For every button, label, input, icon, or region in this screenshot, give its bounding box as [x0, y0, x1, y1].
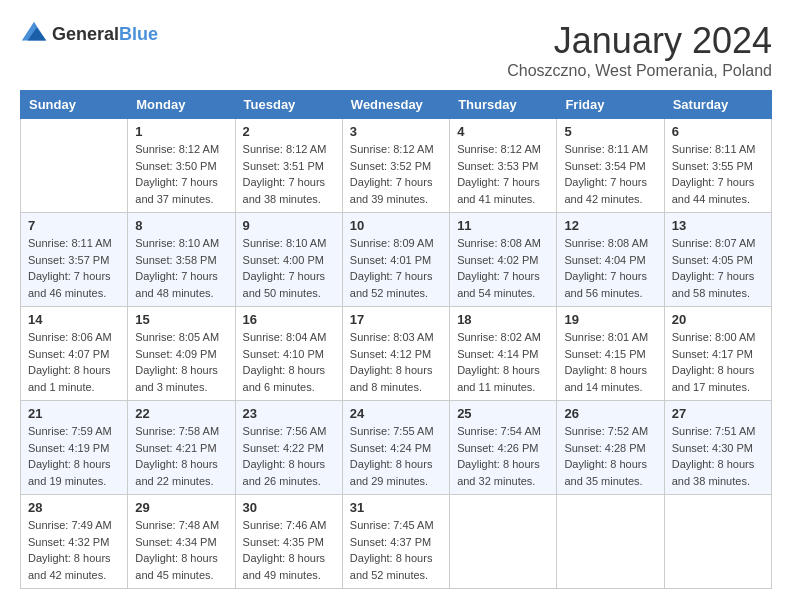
day-info: Sunrise: 7:59 AM Sunset: 4:19 PM Dayligh…: [28, 423, 120, 489]
calendar-week-row: 14Sunrise: 8:06 AM Sunset: 4:07 PM Dayli…: [21, 307, 772, 401]
day-number: 9: [243, 218, 335, 233]
day-number: 13: [672, 218, 764, 233]
calendar-cell: 14Sunrise: 8:06 AM Sunset: 4:07 PM Dayli…: [21, 307, 128, 401]
day-info: Sunrise: 7:55 AM Sunset: 4:24 PM Dayligh…: [350, 423, 442, 489]
calendar-cell: 2Sunrise: 8:12 AM Sunset: 3:51 PM Daylig…: [235, 119, 342, 213]
day-info: Sunrise: 7:48 AM Sunset: 4:34 PM Dayligh…: [135, 517, 227, 583]
calendar-cell: 12Sunrise: 8:08 AM Sunset: 4:04 PM Dayli…: [557, 213, 664, 307]
calendar-header-row: SundayMondayTuesdayWednesdayThursdayFrid…: [21, 91, 772, 119]
day-number: 28: [28, 500, 120, 515]
calendar-cell: 30Sunrise: 7:46 AM Sunset: 4:35 PM Dayli…: [235, 495, 342, 589]
calendar-cell: [21, 119, 128, 213]
day-number: 3: [350, 124, 442, 139]
day-info: Sunrise: 8:09 AM Sunset: 4:01 PM Dayligh…: [350, 235, 442, 301]
day-number: 30: [243, 500, 335, 515]
day-info: Sunrise: 8:01 AM Sunset: 4:15 PM Dayligh…: [564, 329, 656, 395]
column-header-monday: Monday: [128, 91, 235, 119]
day-number: 10: [350, 218, 442, 233]
calendar-cell: 15Sunrise: 8:05 AM Sunset: 4:09 PM Dayli…: [128, 307, 235, 401]
day-info: Sunrise: 8:11 AM Sunset: 3:57 PM Dayligh…: [28, 235, 120, 301]
calendar-cell: 13Sunrise: 8:07 AM Sunset: 4:05 PM Dayli…: [664, 213, 771, 307]
day-info: Sunrise: 8:03 AM Sunset: 4:12 PM Dayligh…: [350, 329, 442, 395]
day-number: 25: [457, 406, 549, 421]
calendar-week-row: 21Sunrise: 7:59 AM Sunset: 4:19 PM Dayli…: [21, 401, 772, 495]
day-number: 21: [28, 406, 120, 421]
day-number: 6: [672, 124, 764, 139]
day-number: 1: [135, 124, 227, 139]
day-info: Sunrise: 8:10 AM Sunset: 4:00 PM Dayligh…: [243, 235, 335, 301]
column-header-saturday: Saturday: [664, 91, 771, 119]
day-info: Sunrise: 8:02 AM Sunset: 4:14 PM Dayligh…: [457, 329, 549, 395]
calendar-cell: 7Sunrise: 8:11 AM Sunset: 3:57 PM Daylig…: [21, 213, 128, 307]
calendar-cell: 21Sunrise: 7:59 AM Sunset: 4:19 PM Dayli…: [21, 401, 128, 495]
day-info: Sunrise: 7:45 AM Sunset: 4:37 PM Dayligh…: [350, 517, 442, 583]
day-number: 29: [135, 500, 227, 515]
day-number: 27: [672, 406, 764, 421]
day-info: Sunrise: 7:46 AM Sunset: 4:35 PM Dayligh…: [243, 517, 335, 583]
month-title: January 2024: [507, 20, 772, 62]
day-info: Sunrise: 7:51 AM Sunset: 4:30 PM Dayligh…: [672, 423, 764, 489]
calendar-cell: 26Sunrise: 7:52 AM Sunset: 4:28 PM Dayli…: [557, 401, 664, 495]
day-info: Sunrise: 8:12 AM Sunset: 3:51 PM Dayligh…: [243, 141, 335, 207]
calendar-week-row: 1Sunrise: 8:12 AM Sunset: 3:50 PM Daylig…: [21, 119, 772, 213]
day-number: 14: [28, 312, 120, 327]
day-info: Sunrise: 8:11 AM Sunset: 3:54 PM Dayligh…: [564, 141, 656, 207]
logo: GeneralBlue: [20, 20, 158, 48]
day-number: 20: [672, 312, 764, 327]
calendar-cell: 16Sunrise: 8:04 AM Sunset: 4:10 PM Dayli…: [235, 307, 342, 401]
day-info: Sunrise: 8:10 AM Sunset: 3:58 PM Dayligh…: [135, 235, 227, 301]
column-header-tuesday: Tuesday: [235, 91, 342, 119]
day-number: 24: [350, 406, 442, 421]
day-info: Sunrise: 7:49 AM Sunset: 4:32 PM Dayligh…: [28, 517, 120, 583]
day-info: Sunrise: 8:12 AM Sunset: 3:52 PM Dayligh…: [350, 141, 442, 207]
column-header-thursday: Thursday: [450, 91, 557, 119]
column-header-friday: Friday: [557, 91, 664, 119]
logo-general: General: [52, 24, 119, 44]
calendar-cell: 6Sunrise: 8:11 AM Sunset: 3:55 PM Daylig…: [664, 119, 771, 213]
day-number: 16: [243, 312, 335, 327]
day-info: Sunrise: 8:12 AM Sunset: 3:50 PM Dayligh…: [135, 141, 227, 207]
day-info: Sunrise: 8:00 AM Sunset: 4:17 PM Dayligh…: [672, 329, 764, 395]
calendar-cell: 20Sunrise: 8:00 AM Sunset: 4:17 PM Dayli…: [664, 307, 771, 401]
day-number: 7: [28, 218, 120, 233]
calendar-cell: 28Sunrise: 7:49 AM Sunset: 4:32 PM Dayli…: [21, 495, 128, 589]
logo-icon: [20, 20, 48, 48]
calendar-week-row: 28Sunrise: 7:49 AM Sunset: 4:32 PM Dayli…: [21, 495, 772, 589]
day-info: Sunrise: 8:08 AM Sunset: 4:04 PM Dayligh…: [564, 235, 656, 301]
calendar-cell: 23Sunrise: 7:56 AM Sunset: 4:22 PM Dayli…: [235, 401, 342, 495]
location-title: Choszczno, West Pomerania, Poland: [507, 62, 772, 80]
day-number: 31: [350, 500, 442, 515]
day-number: 23: [243, 406, 335, 421]
calendar-cell: 11Sunrise: 8:08 AM Sunset: 4:02 PM Dayli…: [450, 213, 557, 307]
calendar-cell: 8Sunrise: 8:10 AM Sunset: 3:58 PM Daylig…: [128, 213, 235, 307]
logo-blue: Blue: [119, 24, 158, 44]
calendar-cell: 19Sunrise: 8:01 AM Sunset: 4:15 PM Dayli…: [557, 307, 664, 401]
day-number: 18: [457, 312, 549, 327]
day-info: Sunrise: 7:56 AM Sunset: 4:22 PM Dayligh…: [243, 423, 335, 489]
day-number: 26: [564, 406, 656, 421]
day-info: Sunrise: 7:54 AM Sunset: 4:26 PM Dayligh…: [457, 423, 549, 489]
calendar-cell: [450, 495, 557, 589]
day-info: Sunrise: 8:04 AM Sunset: 4:10 PM Dayligh…: [243, 329, 335, 395]
calendar-cell: 27Sunrise: 7:51 AM Sunset: 4:30 PM Dayli…: [664, 401, 771, 495]
column-header-wednesday: Wednesday: [342, 91, 449, 119]
calendar-cell: 31Sunrise: 7:45 AM Sunset: 4:37 PM Dayli…: [342, 495, 449, 589]
day-info: Sunrise: 8:12 AM Sunset: 3:53 PM Dayligh…: [457, 141, 549, 207]
day-info: Sunrise: 8:07 AM Sunset: 4:05 PM Dayligh…: [672, 235, 764, 301]
day-info: Sunrise: 8:05 AM Sunset: 4:09 PM Dayligh…: [135, 329, 227, 395]
calendar-table: SundayMondayTuesdayWednesdayThursdayFrid…: [20, 90, 772, 589]
calendar-cell: 29Sunrise: 7:48 AM Sunset: 4:34 PM Dayli…: [128, 495, 235, 589]
calendar-cell: 3Sunrise: 8:12 AM Sunset: 3:52 PM Daylig…: [342, 119, 449, 213]
day-info: Sunrise: 8:08 AM Sunset: 4:02 PM Dayligh…: [457, 235, 549, 301]
calendar-cell: [557, 495, 664, 589]
day-number: 2: [243, 124, 335, 139]
calendar-cell: 25Sunrise: 7:54 AM Sunset: 4:26 PM Dayli…: [450, 401, 557, 495]
column-header-sunday: Sunday: [21, 91, 128, 119]
day-info: Sunrise: 7:52 AM Sunset: 4:28 PM Dayligh…: [564, 423, 656, 489]
calendar-week-row: 7Sunrise: 8:11 AM Sunset: 3:57 PM Daylig…: [21, 213, 772, 307]
day-info: Sunrise: 8:06 AM Sunset: 4:07 PM Dayligh…: [28, 329, 120, 395]
calendar-cell: [664, 495, 771, 589]
logo-text: GeneralBlue: [52, 24, 158, 45]
day-number: 12: [564, 218, 656, 233]
day-number: 4: [457, 124, 549, 139]
